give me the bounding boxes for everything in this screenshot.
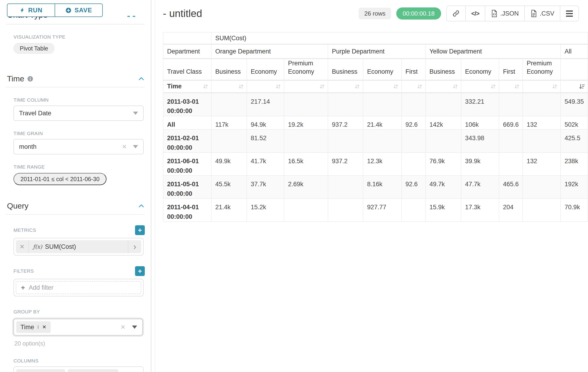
sort-icon[interactable]	[238, 83, 244, 90]
sort-icon[interactable]	[393, 83, 399, 90]
clear-icon[interactable]: ✕	[122, 144, 127, 150]
viz-type-pill[interactable]: Pivot Table	[13, 43, 54, 54]
value-cell: 15.9k	[426, 199, 461, 222]
columns-pill-department[interactable]: Department ✕	[16, 369, 65, 372]
add-filter-button[interactable]: + Add filter	[16, 281, 141, 294]
time-column-select[interactable]: Travel Date	[13, 106, 144, 121]
chevron-up-icon[interactable]	[138, 202, 145, 210]
control-panel: RUN SAVE Chart Type VISUALIZATION TYPE P…	[0, 0, 151, 372]
value-cell: 549.35	[561, 93, 588, 116]
remove-icon[interactable]: ✕	[42, 324, 46, 330]
columns-pill-travel-class[interactable]: Travel Class ✕	[68, 369, 118, 372]
sort-desc-icon[interactable]	[579, 83, 585, 90]
export-csv-button[interactable]: .CSV	[525, 6, 560, 21]
clear-icon[interactable]: ✕	[120, 324, 126, 330]
export-json-button[interactable]: .JSON	[485, 6, 525, 21]
caret-down-icon[interactable]	[133, 145, 138, 148]
pivot-table-container: SUM(Cost)DepartmentOrange DepartmentPurp…	[163, 32, 588, 222]
column-sort-header[interactable]	[328, 81, 364, 93]
sort-icon[interactable]	[452, 83, 459, 90]
divider	[6, 24, 145, 24]
value-cell: 12.3k	[363, 153, 402, 176]
column-header: Premium Economy	[523, 59, 561, 81]
column-sort-header[interactable]	[426, 81, 461, 93]
time-sort-header[interactable]: Time	[163, 81, 211, 93]
time-grain-value: month	[19, 143, 36, 150]
sort-icon[interactable]	[354, 83, 360, 90]
add-filter-plus-button[interactable]: +	[135, 266, 145, 276]
value-cell	[426, 130, 461, 153]
value-cell	[284, 93, 328, 116]
value-cell: 49.9k	[211, 153, 247, 176]
value-cell	[523, 176, 561, 199]
chart-panel: - untitled 26 rows 00:00:00.18 </> .JSON	[155, 0, 588, 372]
column-sort-header[interactable]	[247, 81, 284, 93]
save-button[interactable]: SAVE	[55, 3, 103, 17]
column-sort-header[interactable]	[561, 81, 588, 93]
column-sort-header[interactable]	[211, 81, 247, 93]
column-sort-header[interactable]	[461, 81, 499, 93]
query-section-title: Query	[7, 201, 29, 210]
column-header: Economy	[247, 59, 284, 81]
sort-icon[interactable]	[490, 83, 496, 90]
column-header: Business	[211, 59, 247, 81]
time-label: Time	[167, 83, 182, 90]
column-sort-header[interactable]	[499, 81, 523, 93]
group-by-pill-time[interactable]: Time i ✕	[16, 321, 51, 333]
column-sort-header[interactable]	[363, 81, 402, 93]
filters-label: FILTERS	[13, 268, 34, 274]
run-label: RUN	[28, 7, 42, 14]
table-row: 2011-05-01 00:00:0045.5k37.7k2.69k8.16k9…	[163, 176, 588, 199]
metric-pill[interactable]: ✕ ƒ(x) SUM(Cost) ›	[16, 240, 141, 253]
sort-icon[interactable]	[417, 83, 423, 90]
sort-icon[interactable]	[319, 83, 325, 90]
row-label-cell: 2011-05-01 00:00:00	[163, 176, 211, 199]
value-cell: 132	[523, 153, 561, 176]
column-sort-header[interactable]	[402, 81, 426, 93]
value-cell: 937.2	[328, 153, 364, 176]
column-sort-header[interactable]	[523, 81, 561, 93]
row-label-cell: All	[163, 116, 211, 130]
column-header: First	[499, 59, 523, 81]
chevron-up-icon[interactable]	[138, 75, 145, 82]
csv-file-icon	[530, 10, 537, 17]
copy-link-button[interactable]	[447, 6, 466, 21]
query-section-header: Query	[7, 201, 145, 210]
expand-metric-icon[interactable]: ›	[128, 240, 141, 253]
value-cell: 47.7k	[461, 176, 499, 199]
group-by-select[interactable]: Time i ✕ ✕	[13, 319, 143, 336]
columns-select[interactable]: Department ✕ Travel Class ✕ ✕	[13, 366, 144, 372]
metric-label[interactable]: ƒ(x) SUM(Cost)	[29, 243, 128, 250]
sort-icon[interactable]	[514, 83, 520, 90]
query-duration-badge: 00:00:00.18	[396, 7, 441, 20]
code-icon: </>	[471, 10, 480, 17]
embed-code-button[interactable]: </>	[466, 6, 485, 21]
time-range-pill[interactable]: 2011-01-01 ≤ col < 2011-06-30	[13, 173, 106, 185]
save-label: SAVE	[75, 7, 92, 14]
value-cell: 81.52	[247, 130, 284, 153]
divider	[6, 214, 145, 215]
value-cell: 49.7k	[426, 176, 461, 199]
export-button-group: </> .JSON .CSV	[446, 6, 579, 21]
row-count-badge: 26 rows	[359, 8, 391, 19]
value-cell: 76.9k	[426, 153, 461, 176]
value-cell	[523, 130, 561, 153]
menu-button[interactable]	[560, 6, 578, 21]
caret-down-icon[interactable]	[132, 326, 137, 329]
caret-down-icon[interactable]	[133, 112, 138, 115]
value-cell: 927.77	[363, 199, 402, 222]
row-label-cell: 2011-03-01 00:00:00	[163, 93, 211, 116]
remove-metric-icon[interactable]: ✕	[16, 240, 29, 253]
time-grain-select[interactable]: month ✕	[13, 139, 144, 154]
value-cell: 502k	[561, 116, 588, 130]
value-cell: 142k	[426, 116, 461, 130]
row-label-cell: 2011-02-01 00:00:00	[163, 130, 211, 153]
sort-icon[interactable]	[552, 83, 558, 90]
add-metric-button[interactable]: +	[135, 225, 145, 235]
run-button[interactable]: RUN	[7, 3, 55, 17]
sort-icon[interactable]	[275, 83, 282, 90]
pivot-table: SUM(Cost)DepartmentOrange DepartmentPurp…	[163, 32, 588, 222]
sort-icon[interactable]	[202, 83, 209, 90]
column-group-header: All	[561, 45, 588, 59]
column-sort-header[interactable]	[284, 81, 328, 93]
